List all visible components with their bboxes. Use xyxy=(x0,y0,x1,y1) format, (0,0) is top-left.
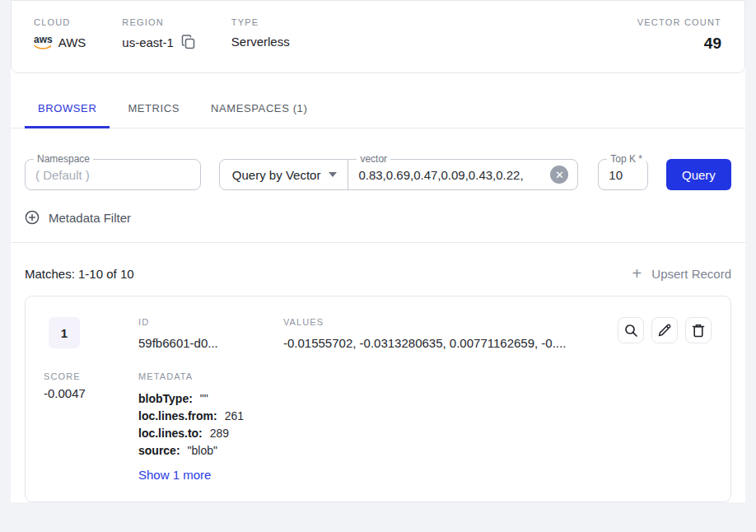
metadata-entry: loc.lines.from:261 xyxy=(138,408,618,425)
aws-logo-icon: aws xyxy=(34,35,53,50)
metadata-entry: source:"blob" xyxy=(138,442,618,460)
upsert-record-button[interactable]: + Upsert Record xyxy=(632,265,731,282)
vector-count-value: 49 xyxy=(637,35,721,53)
plus-icon: + xyxy=(632,265,642,282)
delete-record-button[interactable] xyxy=(685,317,712,343)
inspect-record-button[interactable] xyxy=(618,317,644,343)
metadata-entry: blobType:"" xyxy=(138,390,618,408)
values-value: -0.01555702, -0.0313280635, 0.0077116265… xyxy=(283,336,618,350)
region-stat: REGION us-east-1 xyxy=(122,17,195,49)
show-more-link[interactable]: Show 1 more xyxy=(138,468,618,482)
namespace-field[interactable]: Namespace xyxy=(25,159,201,190)
pencil-icon xyxy=(658,324,671,337)
trash-icon xyxy=(692,324,705,338)
match-result-card: 1 ID 59fb6601-d0... VALUES -0.01555702, … xyxy=(25,296,731,502)
id-value: 59fb6601-d0... xyxy=(138,336,283,350)
search-icon xyxy=(624,324,638,338)
tab-bar: BROWSER METRICS NAMESPACES (1) xyxy=(11,90,745,128)
metadata-entry: loc.lines.to:289 xyxy=(138,425,618,442)
values-cell: VALUES -0.01555702, -0.0313280635, 0.007… xyxy=(283,317,618,350)
type-value: Serverless xyxy=(231,35,290,49)
query-mode-label: Query by Vector xyxy=(232,168,321,182)
cloud-stat: CLOUD aws AWS xyxy=(34,17,86,50)
metadata-filter-button[interactable]: Metadata Filter xyxy=(11,210,745,225)
query-button[interactable]: Query xyxy=(666,159,731,190)
cloud-label: CLOUD xyxy=(34,17,86,27)
matches-row: Matches: 1-10 of 10 + Upsert Record xyxy=(11,265,745,282)
region-label: REGION xyxy=(122,17,195,27)
cloud-value: AWS xyxy=(58,35,86,49)
id-cell: ID 59fb6601-d0... xyxy=(138,317,283,350)
metadata-list: blobType:"" loc.lines.from:261 loc.lines… xyxy=(138,390,618,460)
type-label: TYPE xyxy=(231,17,290,27)
vector-count-stat: VECTOR COUNT 49 xyxy=(637,17,721,53)
topk-field[interactable]: Top K * xyxy=(598,159,648,190)
values-label: VALUES xyxy=(283,317,618,327)
topk-field-label: Top K * xyxy=(607,153,646,165)
metadata-filter-label: Metadata Filter xyxy=(49,211,131,225)
vector-field[interactable]: vector ✕ xyxy=(348,160,577,189)
metadata-cell: METADATA blobType:"" loc.lines.from:261 … xyxy=(138,371,618,482)
namespace-field-label: Namespace xyxy=(34,153,93,165)
metadata-label: METADATA xyxy=(138,371,618,381)
main-panel: CLOUD aws AWS REGION us-east-1 xyxy=(11,0,745,502)
vector-field-label: vector xyxy=(357,153,390,165)
upsert-record-label: Upsert Record xyxy=(651,267,731,281)
edit-record-button[interactable] xyxy=(651,317,678,343)
score-value: -0.0047 xyxy=(44,386,138,400)
type-stat: TYPE Serverless xyxy=(231,17,290,49)
query-bar: Namespace Query by Vector vector ✕ Top K… xyxy=(11,159,745,190)
score-label: SCORE xyxy=(44,371,138,381)
query-mode-and-vector-field: Query by Vector vector ✕ xyxy=(219,159,578,190)
score-cell: SCORE -0.0047 xyxy=(44,371,138,482)
id-label: ID xyxy=(138,317,283,327)
section-divider xyxy=(11,242,745,243)
tab-browser[interactable]: BROWSER xyxy=(25,91,110,128)
matches-count: Matches: 1-10 of 10 xyxy=(25,267,134,281)
record-actions xyxy=(618,317,712,350)
tab-namespaces[interactable]: NAMESPACES (1) xyxy=(198,91,320,128)
vector-count-label: VECTOR COUNT xyxy=(637,17,721,27)
chevron-down-icon xyxy=(329,172,337,177)
tab-metrics[interactable]: METRICS xyxy=(114,91,193,128)
query-mode-select[interactable]: Query by Vector xyxy=(220,160,348,189)
index-summary-card: CLOUD aws AWS REGION us-east-1 xyxy=(11,0,745,73)
plus-circle-icon xyxy=(25,210,40,225)
region-value: us-east-1 xyxy=(122,35,174,49)
rank-badge: 1 xyxy=(49,317,80,348)
copy-region-icon[interactable] xyxy=(181,35,195,49)
